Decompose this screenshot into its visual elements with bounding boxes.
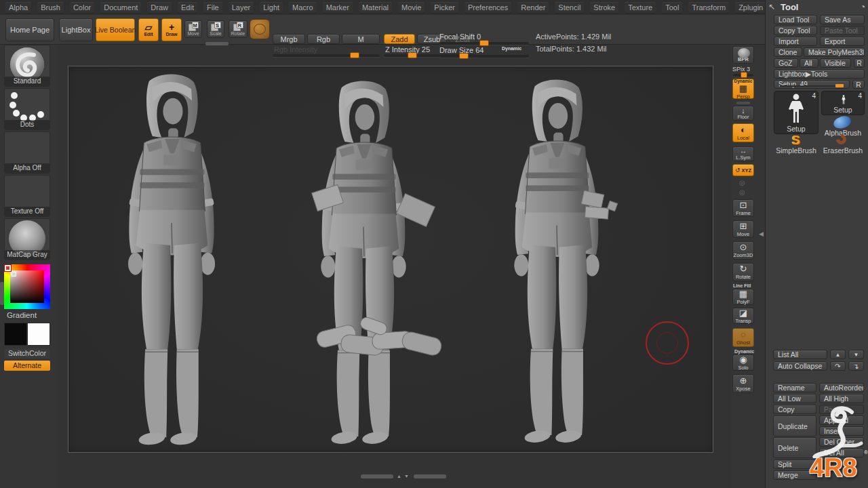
menu-item-zplugin[interactable]: Zplugin — [735, 2, 766, 13]
menu-item-stencil[interactable]: Stencil — [555, 2, 584, 13]
menu-item-macro[interactable]: Macro — [289, 2, 317, 13]
focal-shift-handle[interactable] — [479, 40, 489, 46]
goz-button[interactable]: GoZ — [774, 58, 798, 68]
transp-button[interactable]: ◪ Transp — [732, 308, 754, 324]
color-picker-cursor[interactable] — [5, 265, 11, 271]
draw-button[interactable]: + Draw — [161, 18, 182, 41]
setup-r-button[interactable]: R — [852, 80, 865, 89]
clone-button[interactable]: Clone — [774, 47, 802, 57]
tool-thumbnail-setup-small[interactable]: 4 Setup — [821, 91, 865, 115]
top-tray-handle[interactable] — [205, 42, 229, 45]
reorder-out-button[interactable]: ↷ — [830, 361, 846, 371]
setup-slider-handle[interactable] — [835, 84, 844, 87]
goz-visible-button[interactable]: Visible — [820, 58, 851, 68]
del-all-button[interactable]: Del All — [819, 448, 864, 458]
pick-icon[interactable]: ↖ — [768, 2, 775, 12]
menu-item-edit[interactable]: Edit — [178, 2, 197, 13]
menu-item-alpha[interactable]: Alpha — [5, 2, 31, 13]
paste-subtool-button[interactable]: Paste — [819, 405, 864, 414]
all-high-button[interactable]: All High — [819, 394, 864, 403]
left-tray-handle[interactable] — [0, 282, 4, 305]
menu-item-marker[interactable]: Marker — [323, 2, 353, 13]
xyz-button[interactable]: ↺ XYZ — [732, 164, 754, 176]
rename-button[interactable]: Rename — [773, 383, 816, 392]
menu-item-texture[interactable]: Texture — [625, 2, 656, 13]
copy-tool-button[interactable]: Copy Tool — [774, 26, 817, 35]
zoom3d-button[interactable]: ⊙ Zoom3D — [732, 241, 754, 260]
rgb-intensity-handle[interactable] — [350, 52, 359, 58]
sculpt-figure-3[interactable] — [514, 79, 617, 444]
sculpt-figure-2[interactable] — [312, 81, 443, 445]
copy-subtool-button[interactable]: Copy — [773, 405, 816, 414]
main-color-swatch[interactable] — [4, 323, 27, 346]
save-as-button[interactable]: Save As — [820, 15, 865, 24]
menu-item-render[interactable]: Render — [517, 2, 549, 13]
autoreorder-button[interactable]: AutoReorder — [819, 383, 864, 392]
menu-item-transform[interactable]: Transform — [688, 2, 729, 13]
auto-collapse-button[interactable]: Auto Collapse — [773, 361, 827, 371]
paste-tool-button[interactable]: Paste Tool — [820, 26, 865, 35]
menu-item-tool[interactable]: Tool — [662, 2, 682, 13]
eraserbrush-icon[interactable] — [821, 134, 865, 146]
gradient-label[interactable]: Gradient — [4, 310, 50, 321]
solo-button[interactable]: ◉ Solo — [732, 354, 754, 371]
reorder-in-button[interactable]: ↴ — [848, 361, 864, 371]
color-picker[interactable] — [4, 264, 50, 309]
bpr-button[interactable]: BPR — [732, 46, 754, 64]
list-all-button[interactable]: List All — [773, 350, 827, 359]
document-viewport[interactable] — [68, 66, 713, 453]
move-up-button[interactable]: ▲ — [830, 350, 846, 359]
goz-all-button[interactable]: All — [800, 58, 818, 68]
matcap-thumbnail[interactable]: MatCap Gray — [4, 218, 50, 260]
tray-down-icon[interactable]: ▼ — [404, 474, 409, 479]
make-polymesh-button[interactable]: Make PolyMesh3D — [804, 47, 865, 57]
m-button[interactable]: M — [342, 34, 380, 44]
move-button[interactable]: M Move — [184, 20, 202, 38]
color-saturation-cursor[interactable] — [12, 272, 16, 277]
menu-item-layer[interactable]: Layer — [229, 2, 254, 13]
lightbox-button[interactable]: LightBox — [59, 18, 93, 41]
palette-menu-icon[interactable]: ◔ — [861, 2, 865, 12]
del-other-button[interactable]: Del Other — [819, 437, 864, 447]
draw-size-handle[interactable] — [459, 53, 469, 59]
switch-color-button[interactable]: SwitchColor — [4, 348, 50, 359]
move-down-button[interactable]: ▼ — [848, 350, 864, 359]
stroke-thumbnail-dots[interactable]: Dots — [4, 88, 50, 130]
alphabrush-icon[interactable] — [821, 117, 865, 129]
brush-thumbnail-standard[interactable]: Standard — [4, 45, 50, 87]
goz-r-button[interactable]: R — [854, 58, 865, 68]
menu-item-material[interactable]: Material — [359, 2, 392, 13]
edit-button[interactable]: ▱ Edit — [138, 18, 159, 41]
material-preview[interactable] — [250, 19, 270, 39]
simplebrush-label[interactable]: SimpleBrush — [774, 146, 818, 155]
move-3d-button[interactable]: ⊞ Move — [732, 220, 754, 238]
menu-item-file[interactable]: File — [203, 2, 222, 13]
append-button[interactable]: Append — [819, 415, 864, 425]
focal-shift-slider[interactable] — [439, 42, 529, 45]
live-boolean-button[interactable]: Live Boolean — [96, 18, 135, 41]
load-tool-button[interactable]: Load Tool — [774, 15, 817, 24]
menu-item-picker[interactable]: Picker — [431, 2, 458, 13]
zadd-button[interactable]: Zadd — [384, 34, 415, 44]
rotate-button[interactable]: R Rotate — [229, 20, 248, 38]
menu-item-brush[interactable]: Brush — [37, 2, 64, 13]
rgb-intensity-slider[interactable] — [273, 54, 380, 57]
import-button[interactable]: Import — [774, 37, 817, 46]
frame-button[interactable]: ⊡ Frame — [732, 199, 754, 217]
alpha-thumbnail[interactable]: Alpha Off — [4, 131, 50, 174]
floor-button[interactable]: ↓ Floor — [732, 106, 754, 121]
menu-item-preferences[interactable]: Preferences — [465, 2, 511, 13]
alternate-button[interactable]: Alternate — [4, 361, 50, 371]
export-button[interactable]: Export — [820, 37, 865, 46]
rotate-3d-button[interactable]: ↻ Rotate — [732, 263, 754, 281]
z-intensity-handle[interactable] — [408, 52, 417, 58]
draw-size-slider[interactable] — [439, 55, 529, 58]
spix-slider[interactable] — [733, 74, 753, 77]
menu-item-movie[interactable]: Movie — [398, 2, 425, 13]
local-button[interactable]: ◐ Local — [732, 123, 754, 142]
all-low-button[interactable]: All Low — [773, 394, 816, 403]
eraserbrush-label[interactable]: EraserBrush — [821, 146, 865, 155]
menu-item-draw[interactable]: Draw — [147, 2, 172, 13]
split-button[interactable]: Split — [773, 460, 816, 469]
simplebrush-icon[interactable]: S — [774, 134, 818, 146]
